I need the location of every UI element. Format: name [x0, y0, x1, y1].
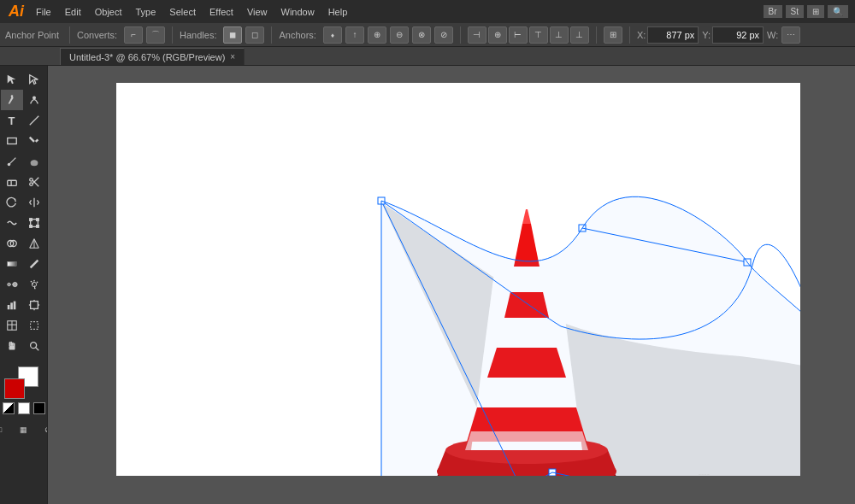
w-label: W: [767, 30, 778, 40]
gradient-tool[interactable] [1, 254, 23, 274]
paintbucket-tool[interactable] [23, 131, 45, 151]
menu-right-icons: Br St ⊞ 🔍 [764, 5, 852, 18]
slice-tool[interactable] [1, 315, 23, 336]
svg-point-2 [10, 95, 13, 97]
white-swatch[interactable] [18, 402, 30, 414]
svg-rect-18 [36, 226, 38, 228]
line-segment-tool[interactable] [23, 110, 45, 131]
menu-file[interactable]: File [29, 0, 58, 23]
svg-point-11 [29, 183, 32, 186]
crop-area-tool[interactable] [23, 315, 45, 336]
stroke-swatch[interactable] [4, 378, 25, 399]
symbol-spray-tool[interactable] [23, 274, 45, 295]
x-input[interactable] [647, 26, 699, 44]
bridge-btn[interactable]: Br [764, 5, 782, 18]
gradient-fill-icon[interactable]: ▦ [13, 419, 35, 440]
handles-btn-1[interactable]: ◼ [223, 26, 242, 44]
svg-rect-16 [29, 219, 32, 221]
document-tab[interactable]: Untitled-3* @ 66.67% (RGB/Preview) × [60, 48, 245, 65]
canvas[interactable] [116, 83, 800, 476]
svg-marker-1 [29, 75, 38, 85]
eyedropper-tool[interactable] [23, 254, 45, 274]
tool-row-graph [1, 295, 47, 315]
svg-point-31 [33, 280, 35, 282]
free-transform-tool[interactable] [23, 213, 45, 233]
svg-point-28 [12, 282, 16, 286]
menu-edit[interactable]: Edit [58, 0, 88, 23]
stock-btn[interactable]: St [786, 5, 804, 18]
converts-smooth-btn[interactable]: ⌒ [146, 26, 165, 44]
align-center[interactable]: ⊕ [488, 26, 507, 44]
curvature-tool[interactable] [23, 90, 45, 110]
zoom-tool[interactable] [23, 336, 45, 356]
type-tool[interactable]: T [1, 110, 23, 131]
tool-row-eraser [1, 172, 47, 192]
direct-selection-tool[interactable] [23, 69, 45, 90]
menu-effect[interactable]: Effect [203, 0, 240, 23]
anchor-point-label: Anchor Point [5, 30, 59, 40]
anchors-btn-4[interactable]: ⊖ [390, 26, 409, 44]
menu-select[interactable]: Select [162, 0, 203, 23]
perspective-tool[interactable] [23, 233, 45, 254]
workspace-btn[interactable]: ⊞ [807, 5, 824, 18]
y-label: Y: [702, 30, 711, 40]
svg-point-3 [32, 97, 35, 99]
w-input-group: W: [767, 30, 778, 40]
canvas-area: ---- [48, 66, 855, 504]
separator-6 [629, 26, 630, 44]
color-section [0, 363, 48, 418]
no-fill-icon[interactable]: ⊘ [37, 419, 49, 440]
align-left[interactable]: ⊣ [468, 26, 486, 44]
black-swatch[interactable] [33, 402, 45, 414]
more-options-btn[interactable]: ⋯ [781, 26, 800, 44]
svg-rect-19 [29, 226, 32, 228]
shape-builder-tool[interactable] [1, 233, 23, 254]
eraser-tool[interactable] [1, 172, 23, 192]
column-graph-tool[interactable] [1, 295, 23, 315]
paintbrush-tool[interactable] [1, 151, 23, 172]
svg-rect-48 [12, 343, 14, 346]
align-bottom[interactable]: ⊥ [570, 26, 589, 44]
svg-rect-50 [9, 346, 15, 349]
handles-btn-2[interactable]: ◻ [245, 26, 264, 44]
distribute-btn[interactable]: ⊞ [604, 26, 622, 44]
tool-row-gradient [1, 254, 47, 274]
y-input[interactable] [712, 26, 764, 44]
menu-object[interactable]: Object [88, 0, 129, 23]
warp-tool[interactable] [1, 213, 23, 233]
tab-close-btn[interactable]: × [230, 52, 235, 62]
tool-row-blob [1, 151, 47, 172]
hand-tool[interactable] [1, 336, 23, 356]
anchors-btn-2[interactable]: ↑ [345, 26, 364, 44]
rotate-tool[interactable] [1, 192, 23, 213]
tab-bar: Untitled-3* @ 66.67% (RGB/Preview) × [0, 47, 855, 66]
anchors-btn-1[interactable]: ⬧ [323, 26, 342, 44]
selection-tool[interactable] [1, 69, 23, 90]
search-btn[interactable]: 🔍 [828, 5, 848, 18]
anchors-btn-5[interactable]: ⊗ [412, 26, 431, 44]
menu-help[interactable]: Help [321, 0, 355, 23]
reflect-tool[interactable] [23, 192, 45, 213]
svg-point-6 [7, 163, 10, 167]
none-swatch[interactable] [3, 402, 15, 414]
anchors-btn-3[interactable]: ⊕ [368, 26, 386, 44]
menu-window[interactable]: Window [274, 0, 321, 23]
svg-rect-5 [7, 138, 16, 144]
align-mid[interactable]: ⊥ [550, 26, 569, 44]
pen-tool[interactable] [1, 90, 23, 110]
scissors-tool[interactable] [23, 172, 45, 192]
rectangle-tool[interactable] [1, 131, 23, 151]
blob-brush-tool[interactable] [23, 151, 45, 172]
svg-point-51 [30, 343, 36, 349]
converts-corner-btn[interactable]: ⌐ [124, 26, 143, 44]
artboard-tool[interactable] [23, 295, 45, 315]
menu-view[interactable]: View [240, 0, 274, 23]
align-top[interactable]: ⊤ [529, 26, 548, 44]
anchors-btn-6[interactable]: ⊘ [434, 26, 453, 44]
separator-5 [596, 26, 597, 44]
svg-point-30 [30, 281, 32, 283]
align-right[interactable]: ⊢ [509, 26, 528, 44]
fill-icon[interactable]: □ [0, 419, 11, 440]
blend-tool[interactable] [1, 274, 23, 295]
menu-type[interactable]: Type [129, 0, 163, 23]
